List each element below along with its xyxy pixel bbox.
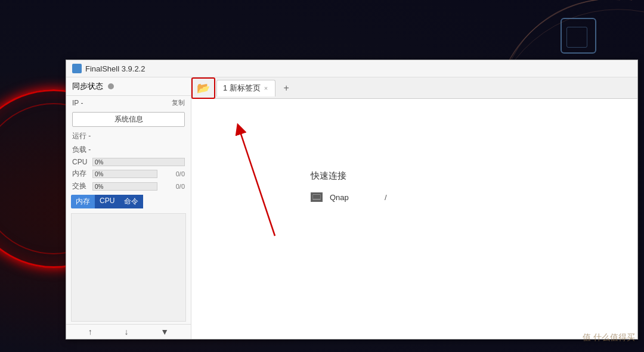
quick-connect-title: 快速连接 xyxy=(311,170,387,182)
title-bar: FinalShell 3.9.2.2 xyxy=(66,60,637,77)
cpu-stat-row: CPU 0% xyxy=(66,157,191,167)
main-content: 📂 1 新标签页 × + xyxy=(191,77,637,339)
quick-connect-section: 快速连接 Qnap / xyxy=(311,170,387,205)
sys-info-button[interactable]: 系统信息 xyxy=(72,112,185,127)
tab-label: 1 新标签页 xyxy=(223,83,261,94)
svg-rect-3 xyxy=(313,195,320,196)
svg-rect-5 xyxy=(313,198,320,198)
swap-ratio: 0/0 xyxy=(161,183,185,190)
cpu-value: 0% xyxy=(95,158,103,166)
copy-label[interactable]: 复制 xyxy=(172,98,185,107)
sidebar: 同步状态 IP - 复制 系统信息 运行 - 负载 - CPU xyxy=(66,77,191,339)
app-title: FinalShell 3.9.2.2 xyxy=(85,64,145,73)
swap-stat-row: 交换 0% 0/0 xyxy=(66,180,191,192)
finalshell-window: FinalShell 3.9.2.2 同步状态 IP - 复制 系统信息 xyxy=(66,60,638,339)
mem-stat-row: 内存 0% 0/0 xyxy=(66,167,191,180)
content-area: 同步状态 IP - 复制 系统信息 运行 - 负载 - CPU xyxy=(66,77,637,339)
swap-bar: 0% xyxy=(92,182,157,191)
sidebar-tab-bar: 内存 CPU 命令 xyxy=(71,195,186,208)
swap-value: 0% xyxy=(95,183,103,191)
sidebar-tab-mem[interactable]: 内存 xyxy=(71,195,95,208)
sidebar-chart-area xyxy=(71,213,186,322)
add-tab-btn[interactable]: + xyxy=(279,81,293,95)
mem-value: 0% xyxy=(95,170,103,178)
app-icon xyxy=(72,64,82,73)
cpu-label: CPU xyxy=(72,158,89,166)
sidebar-tab-cmd[interactable]: 命令 xyxy=(119,195,143,208)
swap-label: 交换 xyxy=(72,181,89,191)
sync-dot xyxy=(108,83,114,89)
folder-icon: 📂 xyxy=(197,82,210,95)
folder-button-wrapper: 📂 xyxy=(194,80,213,96)
qc-path: / xyxy=(385,193,387,202)
qc-name: Qnap xyxy=(330,193,377,202)
expand-btn[interactable]: ▼ xyxy=(160,327,169,337)
sidebar-tab-cpu[interactable]: CPU xyxy=(95,195,119,208)
folder-button[interactable]: 📂 xyxy=(194,80,213,96)
cpu-bar: 0% xyxy=(92,158,185,166)
quick-connect-item[interactable]: Qnap / xyxy=(311,189,387,205)
ip-label: IP - xyxy=(72,99,83,107)
mem-ratio: 0/0 xyxy=(161,170,185,177)
tab-close-btn[interactable]: × xyxy=(263,85,269,92)
sidebar-bottom-controls: ↑ ↓ ▼ xyxy=(66,324,191,339)
ip-row: IP - 复制 xyxy=(66,96,191,110)
main-body: 快速连接 Qnap / xyxy=(191,99,637,339)
watermark: 值 什么值得买 xyxy=(583,332,635,343)
mem-bar: 0% xyxy=(92,170,157,178)
scroll-up-btn[interactable]: ↑ xyxy=(88,327,92,337)
sync-label: 同步状态 xyxy=(72,81,103,92)
tab-new-page[interactable]: 1 新标签页 × xyxy=(216,80,275,96)
run-info: 运行 - xyxy=(66,129,191,143)
load-info: 负载 - xyxy=(66,143,191,157)
tab-bar: 📂 1 新标签页 × + xyxy=(191,77,637,99)
sync-status-row: 同步状态 xyxy=(66,77,191,96)
scroll-down-btn[interactable]: ↓ xyxy=(125,327,129,337)
mem-label: 内存 xyxy=(72,169,89,179)
svg-rect-4 xyxy=(313,197,320,197)
qc-icon xyxy=(311,192,323,202)
